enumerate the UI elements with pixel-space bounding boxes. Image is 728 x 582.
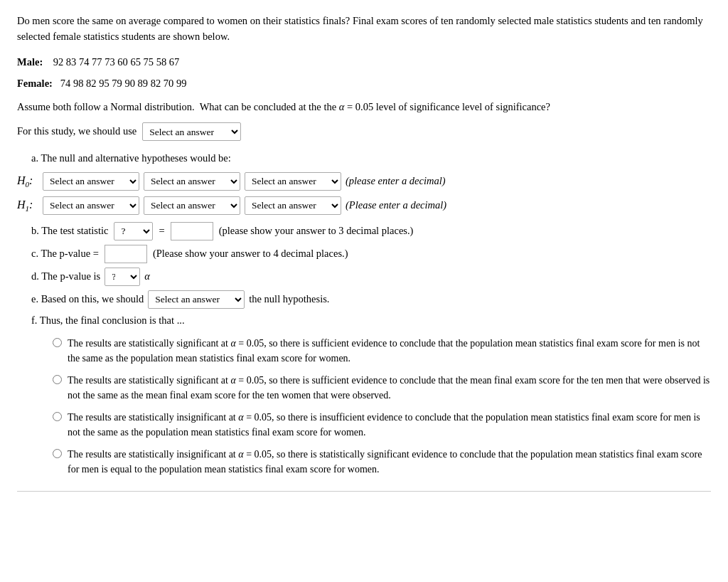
question-text: Do men score the same on average compare…: [17, 13, 711, 45]
h1-decimal-note: (Please enter a decimal): [346, 198, 446, 213]
radio-2[interactable]: [53, 375, 62, 384]
part-d-label: d. The p-value is: [31, 269, 100, 285]
h1-select1[interactable]: Select an answer μ₁μ₂x̄₁x̄₂: [43, 196, 139, 215]
female-data-line: Female: 74 98 82 95 79 90 89 82 70 99: [17, 76, 711, 92]
radio-option-3: The results are statistically insignific…: [53, 410, 711, 440]
alpha-symbol-d: α: [144, 269, 150, 285]
part-b-note: (please show your answer to 3 decimal pl…: [219, 223, 414, 239]
female-scores: 74 98 82 95 79 90 89 82 70 99: [60, 78, 187, 89]
h0-row: H0: Select an answer μ₁μ₂x̄₁x̄₂ Select a…: [17, 172, 711, 191]
radio-3-text: The results are statistically insignific…: [68, 410, 711, 440]
part-c-label: c. The p-value =: [31, 246, 99, 262]
for-study-label: For this study, we should use: [17, 124, 136, 139]
h0-decimal-note: (please enter a decimal): [346, 174, 446, 189]
pvalue-input[interactable]: [105, 245, 147, 263]
h0-select2[interactable]: Select an answer =≠<>≤≥: [144, 172, 240, 191]
female-label: Female:: [17, 78, 53, 89]
for-study-row: For this study, we should use Select an …: [17, 122, 711, 141]
h1-symbol: H1:: [17, 196, 38, 215]
radio-option-1: The results are statistically significan…: [53, 336, 711, 366]
part-b-row: b. The test statistic ? t z F χ² = (plea…: [31, 222, 711, 240]
radio-1-text: The results are statistically significan…: [68, 336, 711, 366]
h1-select3[interactable]: Select an answer μ₁μ₂x̄₁x̄₂: [245, 196, 341, 215]
h0-select3[interactable]: Select an answer μ₁μ₂x̄₁x̄₂: [245, 172, 341, 191]
equals-sign: =: [159, 223, 164, 239]
h1-row: H1: Select an answer μ₁μ₂x̄₁x̄₂ Select a…: [17, 196, 711, 215]
h0-select1[interactable]: Select an answer μ₁μ₂x̄₁x̄₂: [43, 172, 139, 191]
assumption-text-main: Assume both follow a Normal distribution…: [17, 101, 550, 112]
radio-3[interactable]: [53, 412, 62, 421]
part-e-row: e. Based on this, we should Select an an…: [31, 290, 711, 309]
radio-2-text: The results are statistically significan…: [68, 373, 711, 403]
pvalue-compare-select[interactable]: ? > < = ≥ ≤: [105, 268, 140, 286]
part-b-label: b. The test statistic: [31, 223, 108, 239]
part-a-label: a. The null and alternative hypotheses w…: [31, 151, 711, 166]
for-study-select[interactable]: Select an answer paired t-test two-sampl…: [142, 122, 241, 141]
assumption-text: Assume both follow a Normal distribution…: [17, 100, 711, 115]
male-label: Male:: [17, 56, 43, 68]
part-f-label: f. Thus, the final conclusion is that ..…: [31, 314, 185, 326]
test-stat-input[interactable]: [171, 222, 213, 240]
h0-symbol: H0:: [17, 172, 38, 191]
bottom-divider: [17, 491, 711, 492]
test-stat-symbol-select[interactable]: ? t z F χ²: [114, 222, 153, 240]
part-e-label: e. Based on this, we should: [31, 292, 144, 307]
radio-4[interactable]: [53, 449, 62, 458]
radio-option-4: The results are statistically insignific…: [53, 447, 711, 477]
h1-select2[interactable]: Select an answer =≠<>≤≥: [144, 196, 240, 215]
radio-option-2: The results are statistically significan…: [53, 373, 711, 403]
radio-1[interactable]: [53, 338, 62, 347]
based-on-select[interactable]: Select an answer reject fail to reject a…: [148, 290, 245, 309]
part-c-row: c. The p-value = (Please show your answe…: [31, 245, 711, 263]
male-scores: 92 83 74 77 73 60 65 75 58 67: [53, 56, 180, 68]
part-c-note: (Please show your answer to 4 decimal pl…: [153, 246, 348, 262]
alpha-symbol: α: [339, 101, 345, 112]
radio-4-text: The results are statistically insignific…: [68, 447, 711, 477]
male-data-line: Male: 92 83 74 77 73 60 65 75 58 67: [17, 55, 711, 70]
part-d-row: d. The p-value is ? > < = ≥ ≤ α: [31, 268, 711, 286]
part-e-suffix: the null hypothesis.: [249, 292, 329, 307]
part-f-row: f. Thus, the final conclusion is that ..…: [31, 313, 711, 329]
